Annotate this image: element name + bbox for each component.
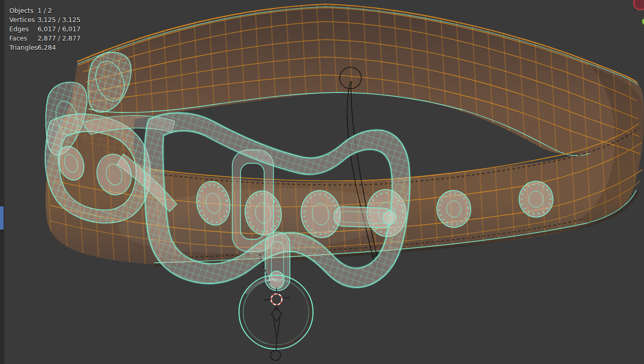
bone-tail-circle <box>270 350 281 360</box>
stats-row-edges: Edges6,017 / 6,017 <box>9 25 81 34</box>
stats-label: Faces <box>9 34 38 43</box>
toolbar-strip[interactable] <box>0 0 4 364</box>
stats-value: 3,125 / 3,125 <box>38 15 81 25</box>
gizmo-axis-red-ball[interactable] <box>634 0 644 10</box>
active-tool-indicator[interactable] <box>0 206 4 229</box>
stats-value: 1 / 2 <box>38 6 52 15</box>
viewport-canvas[interactable] <box>0 0 644 364</box>
stats-value: 6,017 / 6,017 <box>38 25 81 34</box>
cursor-3d <box>263 288 290 311</box>
stats-label: Vertices <box>9 15 38 25</box>
navigation-gizmo[interactable] <box>634 0 644 25</box>
id-tag-object[interactable] <box>239 271 313 349</box>
stats-value: 2,877 / 2,877 <box>38 34 81 43</box>
stats-row-objects: Objects1 / 2 <box>9 6 81 15</box>
stats-row-vertices: Vertices3,125 / 3,125 <box>9 15 81 25</box>
cursor-crosshair <box>263 288 290 311</box>
stats-label: Objects <box>9 6 38 15</box>
strap-tip-bar <box>334 206 396 228</box>
viewport-stats-overlay: Objects1 / 2 Vertices3,125 / 3,125 Edges… <box>9 6 81 52</box>
stats-row-triangles: Triangles6,284 <box>9 43 81 52</box>
stats-value: 6,284 <box>38 43 56 52</box>
stats-label: Edges <box>9 25 38 34</box>
stats-row-faces: Faces2,877 / 2,877 <box>9 34 81 43</box>
blender-3d-viewport[interactable]: Objects1 / 2 Vertices3,125 / 3,125 Edges… <box>0 0 644 364</box>
gizmo-axis-green-ball[interactable] <box>642 18 644 25</box>
stats-label: Triangles <box>9 43 38 52</box>
